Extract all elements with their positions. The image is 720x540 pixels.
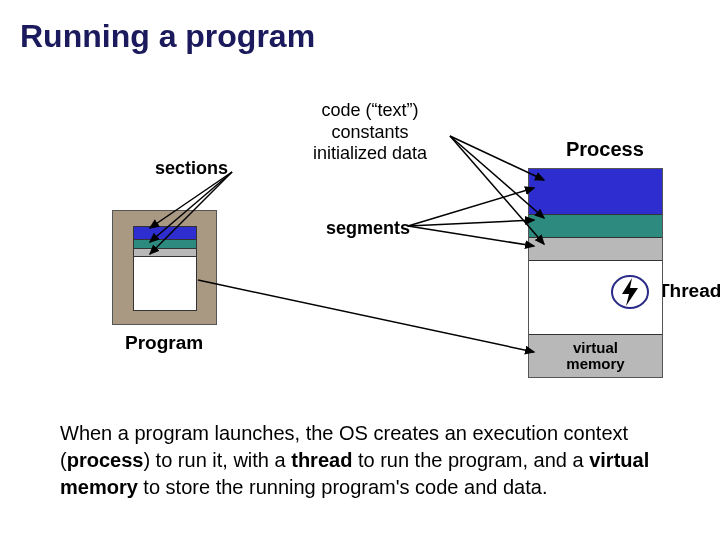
body-t7: to store the running program's code and … — [138, 476, 548, 498]
process-band: virtual memory — [529, 335, 662, 377]
segments-label: segments — [326, 218, 410, 239]
process-band — [529, 215, 662, 238]
body-t3: ) to run it, with a — [143, 449, 291, 471]
process-label: Process — [566, 138, 644, 161]
program-label: Program — [125, 332, 203, 354]
svg-line-9 — [408, 226, 534, 246]
code-label-line: constants — [290, 122, 450, 144]
program-band — [134, 257, 196, 310]
svg-line-7 — [408, 188, 534, 226]
program-file — [133, 226, 197, 311]
code-label-line: initialized data — [290, 143, 450, 165]
thread-icon — [610, 272, 650, 312]
program-band — [134, 227, 196, 240]
sections-label: sections — [155, 158, 228, 179]
code-label-line: code (“text”) — [290, 100, 450, 122]
code-label-block: code (“text”) constants initialized data — [290, 100, 450, 165]
body-paragraph: When a program launches, the OS creates … — [60, 420, 660, 501]
body-t2: process — [67, 449, 144, 471]
program-band — [134, 249, 196, 257]
thread-label: Thread — [658, 280, 720, 302]
body-t5: to run the program, and a — [352, 449, 589, 471]
svg-line-10 — [198, 280, 534, 352]
virtual-memory-label-2: memory — [566, 356, 624, 372]
program-box — [112, 210, 217, 325]
virtual-memory-label-1: virtual — [573, 340, 618, 356]
svg-line-8 — [408, 220, 534, 226]
body-t4: thread — [291, 449, 352, 471]
program-band — [134, 240, 196, 248]
process-band — [529, 169, 662, 215]
slide-title: Running a program — [20, 18, 315, 55]
process-band — [529, 238, 662, 261]
